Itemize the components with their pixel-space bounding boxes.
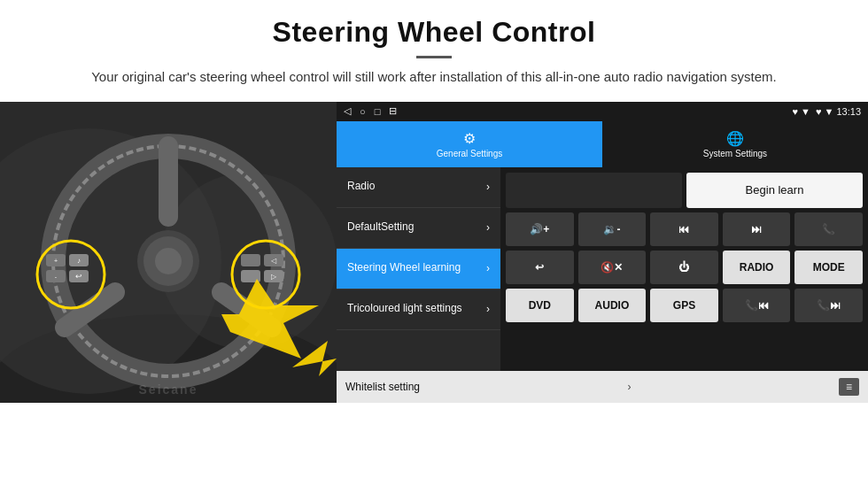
menu-list: Radio › DefaultSetting › Steering Wheel …	[337, 167, 500, 371]
menu-tricoloured-label: Tricoloured light settings	[347, 302, 462, 316]
begin-learn-button[interactable]: Begin learn	[686, 173, 863, 208]
menu-radio-label: Radio	[347, 180, 375, 194]
android-panel: ◁ ○ □ ⊟ ♥ ▼ ♥ ▼ 13:13 ⚙ General Settings…	[337, 102, 868, 403]
menu-panel: Radio › DefaultSetting › Steering Wheel …	[337, 167, 868, 371]
vol-down-icon: 🔉-	[603, 223, 620, 235]
power-icon: ⏻	[678, 261, 689, 274]
power-button[interactable]: ⏻	[650, 251, 718, 284]
audio-button[interactable]: AUDIO	[578, 289, 647, 322]
hang-up-icon: ↩	[535, 261, 544, 274]
controls-area: Begin learn 🔊+ 🔉-	[500, 167, 868, 371]
dvd-label: DVD	[529, 299, 551, 312]
svg-text:Seicane: Seicane	[139, 382, 198, 397]
menu-item-steering-wheel[interactable]: Steering Wheel learning ›	[337, 249, 500, 289]
page-title: Steering Wheel Control	[35, 16, 833, 49]
begin-learn-spacer	[506, 173, 682, 208]
svg-text:↩: ↩	[75, 272, 82, 281]
vol-up-button[interactable]: 🔊+	[506, 212, 574, 246]
status-bar: ◁ ○ □ ⊟ ♥ ▼ ♥ ▼ 13:13	[337, 102, 868, 121]
status-time: ♥ ▼ 13:13	[816, 106, 861, 117]
mode-label: MODE	[813, 261, 845, 274]
title-divider	[416, 56, 452, 58]
audio-label: AUDIO	[595, 299, 630, 312]
whitelist-label: Whitelist setting	[345, 381, 420, 393]
tab-system-settings[interactable]: 🌐 System Settings	[602, 121, 868, 167]
svg-text:+: +	[54, 258, 58, 264]
status-bar-nav-icons: ◁ ○ □ ⊟	[344, 105, 397, 117]
menu-item-tricoloured[interactable]: Tricoloured light settings ›	[337, 289, 500, 330]
phone-next-icon: 📞⏭	[817, 299, 841, 312]
menu-tricoloured-arrow: ›	[486, 303, 490, 315]
radio-button[interactable]: RADIO	[723, 251, 791, 284]
tab-bar: ⚙ General Settings 🌐 System Settings	[337, 121, 868, 167]
gear-icon: ⚙	[463, 130, 476, 147]
menu-steering-arrow: ›	[486, 262, 490, 274]
globe-icon: 🌐	[726, 130, 744, 147]
phone-prev-icon: 📞⏮	[745, 299, 769, 312]
prev-track-icon: ⏮	[678, 223, 689, 235]
whitelist-menu-icon: ≡	[839, 378, 859, 396]
control-row-1: 🔊+ 🔉- ⏮ ⏭ 📞	[506, 212, 863, 246]
menu-steering-label: Steering Wheel learning	[347, 261, 461, 275]
status-bar-info: ♥ ▼ ♥ ▼ 13:13	[792, 106, 861, 117]
svg-text:♪: ♪	[77, 257, 81, 265]
tab-general-label: General Settings	[437, 149, 503, 158]
phone-answer-icon: 📞	[822, 223, 835, 235]
phone-next-button[interactable]: 📞⏭	[794, 289, 863, 322]
menu-item-default-setting[interactable]: DefaultSetting ›	[337, 208, 500, 249]
gps-label: GPS	[673, 299, 695, 312]
mode-button[interactable]: MODE	[794, 251, 863, 284]
svg-point-11	[155, 248, 182, 274]
menu-radio-arrow: ›	[486, 181, 490, 193]
back-nav-icon: ◁	[344, 105, 351, 117]
whitelist-arrow-icon: ›	[628, 381, 632, 393]
hang-up-button[interactable]: ↩	[506, 251, 574, 284]
dvd-button[interactable]: DVD	[506, 289, 574, 322]
menu-default-label: DefaultSetting	[347, 220, 414, 235]
header-section: Steering Wheel Control Your original car…	[0, 0, 868, 96]
phone-answer-button[interactable]: 📞	[794, 212, 863, 246]
svg-rect-22	[241, 254, 260, 266]
mute-button[interactable]: 🔇✕	[578, 251, 647, 284]
content-section: + - ↩ ♪ ◁ ▷ Seicane	[0, 102, 868, 487]
status-signal-icon: ♥ ▼	[792, 106, 810, 117]
svg-text:▷: ▷	[271, 273, 277, 281]
control-row-2: ↩ 🔇✕ ⏻ RADIO MO	[506, 251, 863, 284]
vol-down-button[interactable]: 🔉-	[578, 212, 647, 246]
next-track-button[interactable]: ⏭	[723, 212, 791, 246]
tab-general-settings[interactable]: ⚙ General Settings	[337, 121, 602, 167]
control-grid: 🔊+ 🔉- ⏮ ⏭ 📞	[506, 212, 863, 322]
menu-item-radio[interactable]: Radio ›	[337, 167, 500, 208]
steering-wheel-image: + - ↩ ♪ ◁ ▷ Seicane	[0, 102, 337, 403]
page-subtitle: Your original car's steering wheel contr…	[71, 67, 797, 88]
radio-label: RADIO	[740, 261, 774, 274]
home-nav-icon: ○	[360, 106, 366, 117]
mute-icon: 🔇✕	[601, 261, 623, 274]
vol-up-icon: 🔊+	[530, 223, 549, 235]
next-track-icon: ⏭	[751, 223, 762, 235]
page-wrapper: Steering Wheel Control Your original car…	[0, 0, 868, 486]
begin-learn-row: Begin learn	[506, 173, 863, 208]
whitelist-bar[interactable]: Whitelist setting › ≡	[337, 371, 868, 403]
menu-nav-icon: ⊟	[389, 105, 397, 117]
menu-default-arrow: ›	[486, 221, 490, 234]
svg-text:◁: ◁	[271, 257, 277, 265]
gps-button[interactable]: GPS	[650, 289, 718, 322]
control-row-3: DVD AUDIO GPS 📞⏮	[506, 289, 863, 322]
tab-system-label: System Settings	[703, 149, 767, 158]
prev-track-button[interactable]: ⏮	[650, 212, 718, 246]
phone-prev-button[interactable]: 📞⏮	[723, 289, 791, 322]
recents-nav-icon: □	[375, 106, 381, 117]
